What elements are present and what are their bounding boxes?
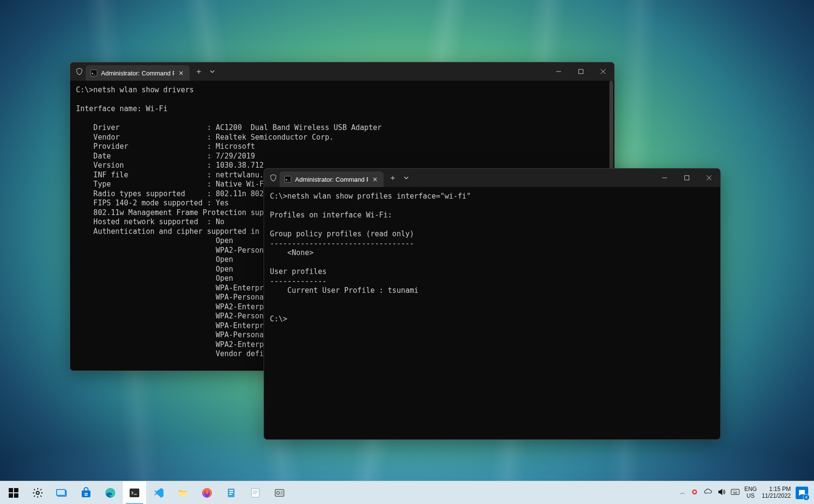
- tab-close-button[interactable]: ✕: [178, 69, 185, 77]
- settings-icon[interactable]: [26, 481, 49, 504]
- firefox-icon[interactable]: [195, 481, 219, 504]
- svg-rect-26: [178, 492, 187, 496]
- svg-rect-30: [229, 492, 233, 493]
- svg-point-39: [694, 491, 696, 493]
- new-tab-button[interactable]: ＋: [385, 173, 400, 183]
- svg-point-16: [36, 491, 39, 494]
- svg-point-44: [737, 490, 737, 491]
- maximize-button[interactable]: [676, 169, 698, 187]
- tab-cmd[interactable]: ▸_ Administrator: Command Prompt ✕: [280, 172, 384, 187]
- svg-rect-9: [685, 176, 689, 180]
- tab-dropdown-button[interactable]: [400, 175, 413, 180]
- store-icon[interactable]: [74, 481, 98, 504]
- svg-rect-25: [130, 489, 139, 497]
- close-button[interactable]: [698, 169, 720, 187]
- system-tray: ︿ ENG US 1:15 PM 11/21/2022: [680, 486, 812, 500]
- svg-rect-3: [579, 70, 583, 74]
- minimize-button[interactable]: [548, 62, 570, 81]
- svg-rect-29: [229, 490, 233, 491]
- explorer-icon[interactable]: [171, 481, 194, 504]
- tab-dropdown-button[interactable]: [206, 69, 219, 74]
- taskbar[interactable]: ︿ ENG US 1:15 PM 11/21/2022: [0, 481, 814, 504]
- svg-rect-13: [14, 488, 18, 492]
- svg-rect-22: [85, 494, 86, 496]
- svg-text:▸_: ▸_: [286, 178, 290, 182]
- taskbar-icons: [2, 481, 291, 504]
- tray-app-icon[interactable]: [690, 488, 699, 498]
- app-icon-1[interactable]: [220, 481, 243, 504]
- window-controls: [653, 169, 720, 187]
- svg-rect-40: [731, 489, 740, 494]
- minimize-button[interactable]: [653, 169, 676, 187]
- close-button[interactable]: [592, 62, 614, 81]
- svg-rect-12: [9, 488, 13, 492]
- svg-rect-15: [14, 493, 18, 498]
- svg-point-37: [277, 491, 280, 494]
- edge-icon[interactable]: [99, 481, 122, 504]
- notification-badge: 4: [803, 494, 810, 501]
- shield-icon: [73, 68, 86, 75]
- svg-rect-14: [9, 493, 13, 498]
- cmd-icon: ▸_: [284, 176, 291, 183]
- vscode-icon[interactable]: [147, 481, 170, 504]
- svg-rect-32: [252, 489, 259, 497]
- task-view-icon[interactable]: [50, 481, 74, 504]
- svg-rect-18: [57, 490, 65, 495]
- titlebar[interactable]: ▸_ Administrator: Command Prompt ✕ ＋: [264, 169, 720, 187]
- tab-strip: ▸_ Administrator: Command Prompt ✕ ＋: [70, 62, 219, 81]
- titlebar[interactable]: ▸_ Administrator: Command Prompt ✕ ＋: [70, 62, 614, 81]
- svg-point-41: [732, 490, 733, 491]
- tab-strip: ▸_ Administrator: Command Prompt ✕ ＋: [264, 169, 413, 187]
- window-controls: [548, 62, 614, 81]
- svg-rect-45: [733, 492, 737, 493]
- terminal-output: C:\>netsh wlan show profiles interface="…: [270, 192, 714, 324]
- volume-icon[interactable]: [717, 488, 726, 498]
- tab-title: Administrator: Command Prompt: [295, 176, 368, 183]
- onedrive-icon[interactable]: [704, 488, 712, 498]
- svg-rect-20: [85, 493, 86, 494]
- language-indicator[interactable]: ENG US: [744, 486, 757, 500]
- svg-rect-21: [87, 493, 88, 494]
- terminal-icon[interactable]: [123, 481, 146, 504]
- shield-icon: [267, 174, 280, 182]
- tab-title: Administrator: Command Prompt: [101, 70, 174, 77]
- svg-rect-19: [82, 490, 90, 497]
- terminal-window-2[interactable]: ▸_ Administrator: Command Prompt ✕ ＋ C:\…: [264, 168, 721, 440]
- clock[interactable]: 1:15 PM 11/21/2022: [762, 486, 791, 500]
- notifications-button[interactable]: 4: [796, 487, 808, 499]
- svg-text:▸_: ▸_: [92, 72, 96, 75]
- app-icon-2[interactable]: [268, 481, 291, 504]
- svg-point-42: [734, 490, 734, 491]
- svg-point-43: [735, 490, 736, 491]
- terminal-body[interactable]: C:\>netsh wlan show profiles interface="…: [264, 187, 720, 439]
- tray-overflow-button[interactable]: ︿: [680, 489, 685, 496]
- cmd-icon: ▸_: [90, 70, 97, 76]
- svg-rect-31: [229, 494, 232, 495]
- tab-close-button[interactable]: ✕: [372, 175, 379, 184]
- tab-cmd[interactable]: ▸_ Administrator: Command Prompt ✕: [86, 65, 190, 81]
- notepad-icon[interactable]: [244, 481, 267, 504]
- maximize-button[interactable]: [570, 62, 592, 81]
- desktop: ▸_ Administrator: Command Prompt ✕ ＋ C:\…: [0, 0, 814, 504]
- keyboard-icon[interactable]: [731, 488, 740, 498]
- start-button[interactable]: [2, 481, 25, 504]
- svg-rect-23: [87, 494, 88, 496]
- new-tab-button[interactable]: ＋: [192, 67, 206, 77]
